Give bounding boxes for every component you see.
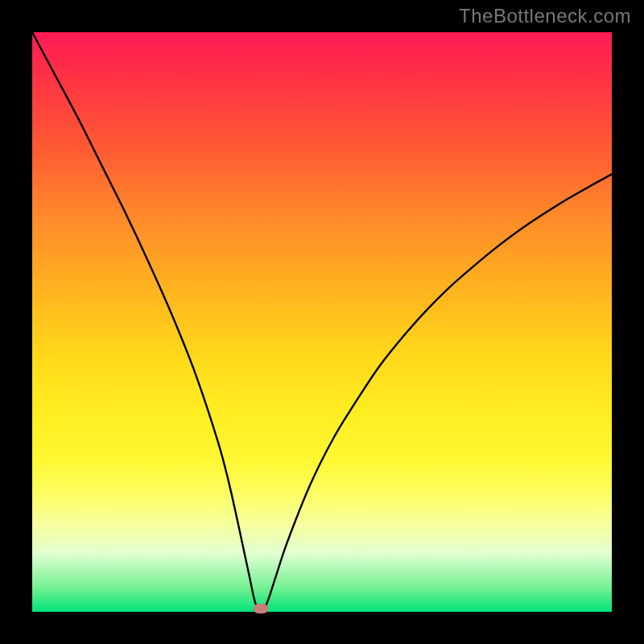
watermark-text: TheBottleneck.com [459, 5, 631, 27]
chart-frame: TheBottleneck.com [0, 0, 644, 644]
optimum-marker [254, 604, 268, 613]
bottleneck-curve [32, 32, 612, 612]
plot-area [32, 32, 612, 612]
